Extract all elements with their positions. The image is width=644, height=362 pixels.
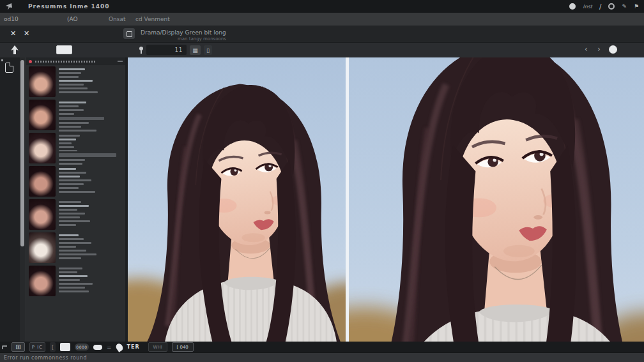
history-entry[interactable] xyxy=(29,133,124,165)
options-title: Drama/Display Green bit long xyxy=(141,29,226,36)
text-line xyxy=(59,176,80,177)
text-line xyxy=(59,135,80,137)
history-entry-text xyxy=(59,199,124,231)
history-entry-text xyxy=(59,232,124,264)
text-line xyxy=(59,246,76,248)
titlebar-right-cluster: Inst / ✎ ⚑ xyxy=(569,0,639,13)
corner-icon[interactable] xyxy=(2,345,7,349)
text-line xyxy=(59,283,93,285)
menu-item-3[interactable]: Onsat xyxy=(109,16,126,22)
history-entry[interactable] xyxy=(29,100,124,132)
text-line xyxy=(59,109,84,111)
text-line xyxy=(59,271,77,273)
close-icon[interactable]: ✕ xyxy=(24,29,29,38)
history-entry[interactable] xyxy=(29,266,124,298)
menu-item-2[interactable]: (AO xyxy=(67,16,78,22)
pk-button[interactable]: P IC xyxy=(29,342,45,352)
history-thumbnail[interactable] xyxy=(29,66,56,97)
text-line xyxy=(59,80,93,82)
equals-label: = xyxy=(107,344,112,351)
text-line xyxy=(59,76,79,78)
pen-icon[interactable] xyxy=(114,342,124,352)
history-thumbnail[interactable] xyxy=(29,199,56,230)
code-button[interactable]: [ 040 xyxy=(172,342,194,352)
grid-view-button[interactable]: ▦ xyxy=(190,45,201,55)
value-field[interactable]: 11 xyxy=(146,45,187,55)
history-thumbnail[interactable] xyxy=(29,166,56,197)
toolbar: 11 ▦ ▯ ‹ › xyxy=(0,43,644,57)
text-line xyxy=(59,209,77,211)
record-icon[interactable] xyxy=(608,3,615,10)
history-thumbnail[interactable] xyxy=(29,232,56,263)
app-logo-icon[interactable] xyxy=(4,3,13,11)
text-line xyxy=(59,172,86,174)
window-title: Presumms Inme 1400 xyxy=(28,3,110,10)
stop-button[interactable] xyxy=(123,28,135,39)
white-square-button[interactable] xyxy=(60,343,70,351)
history-entry-text xyxy=(59,100,124,132)
close-icon[interactable]: ✕ xyxy=(10,29,16,38)
options-subtitle: man tangy monsoons xyxy=(178,36,226,41)
text-line xyxy=(59,153,116,157)
text-line xyxy=(59,290,89,292)
text-line xyxy=(59,146,74,148)
text-line xyxy=(59,179,91,181)
bracket-button[interactable]: [ xyxy=(50,342,56,352)
history-thumbnail[interactable] xyxy=(29,133,56,163)
text-line xyxy=(59,130,96,132)
history-entry[interactable] xyxy=(29,232,124,264)
text-line xyxy=(59,72,81,74)
text-line xyxy=(59,287,85,289)
text-line xyxy=(59,187,79,189)
avatar-icon[interactable] xyxy=(569,3,576,10)
prev-arrow-icon[interactable]: ‹ xyxy=(585,45,588,54)
text-line xyxy=(59,213,85,215)
value-field-text: 11 xyxy=(175,47,183,53)
brush-icon[interactable]: ✎ xyxy=(622,3,627,10)
text-line xyxy=(59,279,80,281)
history-entry[interactable] xyxy=(29,166,124,198)
text-line xyxy=(59,275,88,277)
bottombar: ⊞ P IC [ 0000 = TER WHI [ 040 xyxy=(0,342,644,352)
text-line xyxy=(59,122,89,124)
separator-slash: / xyxy=(599,3,601,10)
text-line xyxy=(59,68,85,70)
grid-button[interactable]: ⊞ xyxy=(12,342,25,352)
text-line xyxy=(59,150,77,152)
left-gutter xyxy=(0,57,20,342)
text-line xyxy=(59,87,88,89)
text-line xyxy=(59,191,95,193)
next-arrow-icon[interactable]: › xyxy=(597,45,601,54)
panel-view-button[interactable]: ▯ xyxy=(204,45,212,55)
panel-scrollbar[interactable] xyxy=(20,57,25,342)
history-entry-text xyxy=(59,266,124,298)
text-line xyxy=(59,142,72,144)
portrait-right-image[interactable] xyxy=(349,57,644,342)
menu-item-1[interactable]: od10 xyxy=(4,16,19,22)
text-line xyxy=(59,220,90,222)
history-panel xyxy=(26,57,125,342)
text-line xyxy=(59,102,86,103)
history-entry[interactable] xyxy=(29,66,124,98)
portrait-left-image[interactable] xyxy=(128,57,346,342)
history-entry[interactable] xyxy=(29,199,124,231)
flag-icon[interactable]: ⚑ xyxy=(634,3,639,10)
text-line xyxy=(59,163,82,165)
text-line xyxy=(59,238,84,240)
color-swatch[interactable] xyxy=(56,45,72,54)
history-entry-text xyxy=(59,133,124,165)
account-label[interactable]: Inst xyxy=(583,4,592,10)
text-line xyxy=(59,126,81,128)
history-thumbnail[interactable] xyxy=(29,266,56,296)
status-circle-icon[interactable] xyxy=(609,45,617,54)
document-icon[interactable] xyxy=(5,63,13,73)
options-row: ✕ ✕ Drama/Display Green bit long man tan… xyxy=(0,26,644,43)
history-entry-text xyxy=(59,166,124,198)
scrollbar-thumb[interactable] xyxy=(20,60,24,246)
menu-item-4[interactable]: cd Venment xyxy=(135,16,170,22)
text-line xyxy=(59,216,80,218)
history-thumbnail[interactable] xyxy=(29,100,56,130)
pin-icon[interactable] xyxy=(139,47,143,50)
move-tool-icon[interactable] xyxy=(10,45,19,55)
whi-button[interactable]: WHI xyxy=(148,342,167,352)
